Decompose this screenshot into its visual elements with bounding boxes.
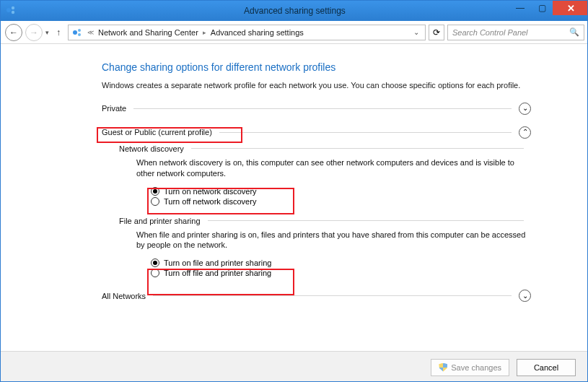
svg-point-3 bbox=[73, 30, 77, 35]
network-discovery-heading: Network discovery bbox=[119, 144, 184, 153]
radio-icon bbox=[151, 187, 159, 196]
breadcrumb-sep-icon: ≪ bbox=[87, 29, 94, 36]
divider bbox=[191, 148, 524, 149]
file-printer-heading-row: File and printer sharing bbox=[119, 217, 531, 225]
titlebar: Advanced sharing settings — ▢ ✕ bbox=[1, 1, 588, 21]
shield-icon bbox=[439, 363, 447, 372]
search-icon: 🔍 bbox=[569, 27, 579, 37]
expand-icon[interactable]: ⌄ bbox=[519, 290, 531, 302]
refresh-button[interactable]: ⟳ bbox=[429, 25, 444, 40]
search-placeholder: Search Control Panel bbox=[452, 28, 528, 37]
search-input[interactable]: Search Control Panel 🔍 bbox=[447, 25, 584, 40]
file-printer-radio-group: Turn on file and printer sharing Turn of… bbox=[151, 255, 531, 281]
network-discovery-heading-row: Network discovery bbox=[119, 144, 531, 153]
cancel-button[interactable]: Cancel bbox=[517, 359, 576, 376]
svg-point-5 bbox=[78, 33, 81, 36]
footer-bar: Save changes Cancel bbox=[1, 351, 588, 382]
divider bbox=[219, 132, 512, 133]
divider bbox=[153, 295, 512, 296]
radio-fp-on-label: Turn on file and printer sharing bbox=[164, 259, 271, 267]
radio-icon bbox=[151, 259, 159, 267]
divider bbox=[133, 108, 512, 109]
radio-fp-on[interactable]: Turn on file and printer sharing bbox=[151, 258, 527, 268]
intro-text: Windows creates a separate network profi… bbox=[102, 80, 531, 91]
minimize-button[interactable]: — bbox=[509, 1, 531, 15]
expand-icon[interactable]: ⌄ bbox=[519, 103, 531, 115]
breadcrumb[interactable]: ≪ Network and Sharing Center ▸ Advanced … bbox=[68, 25, 426, 40]
radio-nd-off[interactable]: Turn off network discovery bbox=[151, 196, 527, 207]
system-icon bbox=[5, 4, 17, 16]
content-area: Change sharing options for different net… bbox=[1, 44, 588, 351]
radio-icon bbox=[151, 269, 159, 277]
guest-subsection: Network discovery When network discovery… bbox=[102, 144, 531, 281]
section-private-title: Private bbox=[102, 104, 126, 113]
section-all-title: All Networks bbox=[102, 292, 146, 300]
divider bbox=[208, 220, 524, 221]
collapse-icon[interactable]: ⌃ bbox=[519, 126, 531, 139]
radio-nd-on[interactable]: Turn on network discovery bbox=[151, 186, 527, 196]
radio-fp-off-label: Turn off file and printer sharing bbox=[164, 269, 271, 277]
save-changes-label: Save changes bbox=[451, 363, 501, 372]
recent-locations-dropdown[interactable]: ▾ bbox=[45, 29, 49, 36]
forward-button[interactable]: → bbox=[25, 24, 43, 41]
page-heading: Change sharing options for different net… bbox=[102, 61, 531, 73]
network-discovery-radio-group: Turn on network discovery Turn off netwo… bbox=[151, 183, 531, 209]
breadcrumb-dropdown-icon[interactable]: ⌄ bbox=[413, 28, 422, 36]
network-center-icon bbox=[71, 27, 83, 38]
svg-point-0 bbox=[6, 8, 11, 12]
radio-nd-off-label: Turn off network discovery bbox=[164, 197, 256, 206]
save-changes-button[interactable]: Save changes bbox=[431, 359, 509, 376]
radio-icon bbox=[151, 197, 159, 206]
svg-point-1 bbox=[12, 6, 14, 9]
up-button[interactable]: ↑ bbox=[52, 24, 65, 41]
section-all-networks[interactable]: All Networks ⌄ bbox=[102, 288, 531, 303]
network-discovery-text: When network discovery is on, this compu… bbox=[136, 157, 531, 179]
cancel-label: Cancel bbox=[534, 363, 558, 372]
file-printer-text: When file and printer sharing is on, fil… bbox=[136, 230, 531, 251]
close-button[interactable]: ✕ bbox=[553, 1, 588, 15]
back-button[interactable]: ← bbox=[5, 24, 22, 41]
navigation-toolbar: ← → ▾ ↑ ≪ Network and Sharing Center ▸ A… bbox=[1, 21, 588, 44]
file-printer-heading: File and printer sharing bbox=[119, 217, 201, 225]
radio-fp-off[interactable]: Turn off file and printer sharing bbox=[151, 268, 527, 278]
breadcrumb-item-2[interactable]: Advanced sharing settings bbox=[211, 28, 304, 37]
breadcrumb-item-1[interactable]: Network and Sharing Center bbox=[98, 28, 198, 37]
window-title: Advanced sharing settings bbox=[244, 6, 346, 16]
section-private[interactable]: Private ⌄ bbox=[102, 101, 531, 116]
section-guest-public[interactable]: Guest or Public (current profile) ⌃ bbox=[102, 125, 531, 140]
section-guest-title: Guest or Public (current profile) bbox=[102, 128, 212, 136]
chevron-right-icon: ▸ bbox=[203, 29, 206, 36]
svg-point-2 bbox=[12, 11, 14, 14]
radio-nd-on-label: Turn on network discovery bbox=[164, 187, 257, 196]
svg-point-4 bbox=[78, 29, 81, 32]
maximize-button[interactable]: ▢ bbox=[531, 1, 553, 15]
